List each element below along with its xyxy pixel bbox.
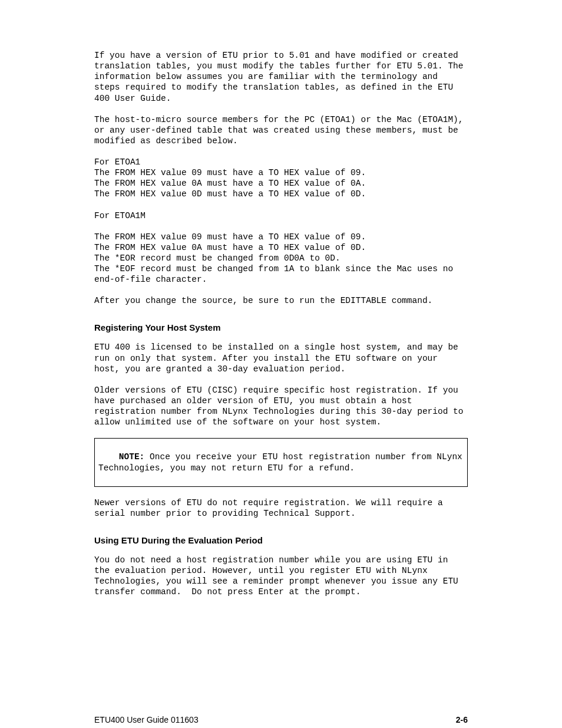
- paragraph-evaluation-body: You do not need a host registration numb…: [94, 555, 468, 598]
- paragraph-older-versions: Older versions of ETU (CISC) require spe…: [94, 385, 468, 428]
- paragraph-edittable: After you change the source, be sure to …: [94, 295, 468, 306]
- paragraph-intro: If you have a version of ETU prior to 5.…: [94, 50, 468, 104]
- note-body: Once you receive your ETU host registrat…: [98, 452, 468, 472]
- footer-page-number: 2-6: [456, 715, 468, 724]
- document-page: If you have a version of ETU prior to 5.…: [0, 0, 562, 728]
- note-box: NOTE: Once you receive your ETU host reg…: [94, 438, 468, 487]
- paragraph-etoa1m-label: For ETOA1M: [94, 210, 468, 221]
- note-label: NOTE:: [119, 452, 145, 462]
- page-footer: ETU400 User Guide 011603 2-6: [94, 715, 468, 728]
- paragraph-license: ETU 400 is licensed to be installed on a…: [94, 342, 468, 374]
- heading-evaluation: Using ETU During the Evaluation Period: [94, 535, 468, 545]
- paragraph-etoa1m-values: The FROM HEX value 09 must have a TO HEX…: [94, 232, 468, 285]
- paragraph-newer-versions: Newer versions of ETU do not require reg…: [94, 498, 468, 519]
- heading-registering: Registering Your Host System: [94, 322, 468, 332]
- paragraph-etoa1: For ETOA1 The FROM HEX value 09 must hav…: [94, 157, 468, 200]
- paragraph-host-to-micro: The host-to-micro source members for the…: [94, 114, 468, 146]
- footer-title: ETU400 User Guide 011603: [94, 715, 199, 724]
